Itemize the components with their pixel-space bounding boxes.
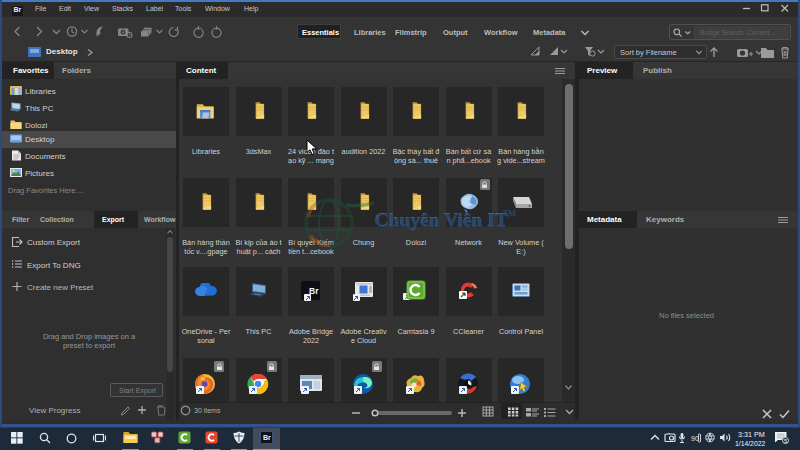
svg-text:90: 90 bbox=[691, 435, 699, 442]
